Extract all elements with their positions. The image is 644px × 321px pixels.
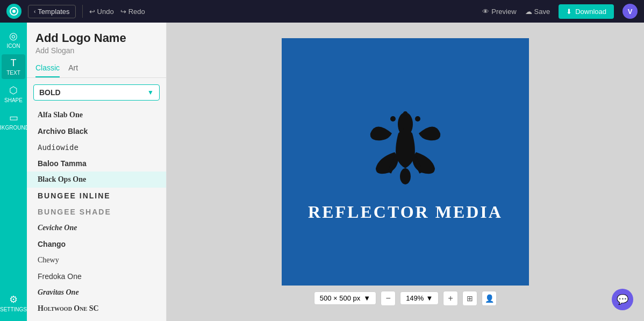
sidebar-item-text[interactable]: T TEXT [2, 54, 25, 79]
font-panel-header: Add Logo Name Add Slogan [27, 23, 166, 57]
font-item-black-ops-one[interactable]: Black Ops One [27, 172, 166, 188]
dropdown-zoom-icon: ▼ [426, 294, 433, 302]
text-tool-icon: T [11, 58, 17, 69]
canvas-avatar-button[interactable]: 👤 [482, 291, 497, 306]
undo-icon: ↩ [89, 8, 95, 16]
svg-point-6 [400, 168, 411, 184]
background-tool-icon: ▭ [9, 112, 18, 124]
font-item-archivo-black[interactable]: Archivo Black [27, 123, 166, 139]
dropdown-arrow-icon: ▼ [147, 89, 154, 96]
svg-point-1 [12, 10, 16, 13]
font-item-audiowide[interactable]: Audiowide [27, 139, 166, 155]
save-button[interactable]: ☁ Save [525, 8, 550, 16]
font-item-chewy[interactable]: Chewy [27, 252, 166, 268]
topbar-right: 👁 Preview ☁ Save ⬇ Download V [482, 4, 638, 19]
svg-point-4 [415, 116, 420, 122]
font-list: Alfa Slab One Archivo Black Audiowide Ba… [27, 105, 166, 321]
font-item-gravitas-one[interactable]: Gravitas One [27, 284, 166, 301]
save-icon: ☁ [525, 8, 532, 16]
tab-classic[interactable]: Classic [35, 63, 60, 77]
redo-button[interactable]: ↪ Redo [120, 8, 145, 16]
sidebar-item-icon[interactable]: ◎ ICON [2, 27, 25, 52]
download-icon: ⬇ [566, 8, 572, 16]
back-arrow-icon: ‹ [34, 9, 35, 15]
font-item-bungee-inline[interactable]: BUNGEE INLINE [27, 188, 166, 204]
font-item-holtwood-one-sc[interactable]: Holtwood One SC [27, 301, 166, 317]
chat-icon: 💬 [617, 294, 628, 305]
font-panel: Add Logo Name Add Slogan Classic Art BOL… [27, 23, 167, 321]
canvas-bottom-bar: 500 × 500 px ▼ − 149% ▼ + ⊞ 👤 [314, 291, 497, 306]
app-logo[interactable] [6, 4, 22, 19]
canvas-size-selector[interactable]: 500 × 500 px ▼ [314, 291, 376, 305]
logo-name-title[interactable]: Add Logo Name [35, 31, 158, 45]
canvas-wrapper: REFLECTOR MEDIA [282, 38, 529, 286]
templates-button[interactable]: ‹ Templates [28, 5, 76, 18]
sidebar-bottom: ⚙ SETTINGS [2, 290, 25, 321]
main-area: ◎ ICON T TEXT ⬡ SHAPE ▭ BKGROUND ⚙ SETTI… [0, 23, 644, 321]
zoom-in-button[interactable]: + [443, 291, 458, 306]
sidebar-item-background[interactable]: ▭ BKGROUND [2, 109, 25, 134]
font-item-fredoka-one[interactable]: Fredoka One [27, 268, 166, 284]
chat-bubble-button[interactable]: 💬 [612, 289, 633, 310]
canvas-area: REFLECTOR MEDIA 500 × 500 px ▼ − 149% ▼ … [167, 23, 644, 321]
download-button[interactable]: ⬇ Download [559, 4, 614, 19]
font-item-chango[interactable]: Chango [27, 236, 166, 252]
eye-icon: 👁 [482, 8, 489, 16]
logo-slogan-subtitle[interactable]: Add Slogan [35, 46, 158, 55]
font-item-knewave[interactable]: Knewave [27, 317, 166, 321]
icon-sidebar: ◎ ICON T TEXT ⬡ SHAPE ▭ BKGROUND ⚙ SETTI… [0, 23, 27, 321]
sidebar-item-shape[interactable]: ⬡ SHAPE [2, 81, 25, 106]
user-avatar[interactable]: V [622, 4, 638, 19]
shape-tool-icon: ⬡ [9, 84, 18, 96]
font-panel-tabs: Classic Art [27, 57, 166, 78]
dropdown-size-icon: ▼ [363, 294, 370, 302]
icon-tool-icon: ◎ [9, 30, 18, 42]
undo-button[interactable]: ↩ Undo [89, 8, 114, 16]
preview-button[interactable]: 👁 Preview [482, 8, 516, 16]
canvas-logo-icon [357, 101, 454, 198]
font-item-bungee-shade[interactable]: BUNGEE SHADE [27, 204, 166, 220]
redo-icon: ↪ [120, 8, 126, 16]
canvas-logo-text: REFLECTOR MEDIA [308, 202, 503, 222]
svg-point-5 [403, 111, 407, 116]
canvas[interactable]: REFLECTOR MEDIA [282, 38, 529, 286]
topbar: ‹ Templates ↩ Undo ↪ Redo 👁 Preview ☁ Sa… [0, 0, 644, 23]
font-item-baloo-tamma[interactable]: Baloo Tamma [27, 155, 166, 172]
svg-point-3 [390, 116, 396, 122]
zoom-out-button[interactable]: − [381, 291, 396, 306]
settings-icon: ⚙ [9, 294, 18, 305]
font-item-ceviche-one[interactable]: Ceviche One [27, 220, 166, 236]
tab-art[interactable]: Art [68, 63, 78, 77]
font-item-alfa-slab-one[interactable]: Alfa Slab One [27, 107, 166, 123]
zoom-level-selector[interactable]: 149% ▼ [400, 291, 439, 305]
font-filter-dropdown[interactable]: BOLD ▼ [33, 84, 160, 101]
topbar-divider [82, 5, 83, 18]
grid-view-button[interactable]: ⊞ [462, 291, 477, 306]
sidebar-item-settings[interactable]: ⚙ SETTINGS [2, 290, 25, 316]
